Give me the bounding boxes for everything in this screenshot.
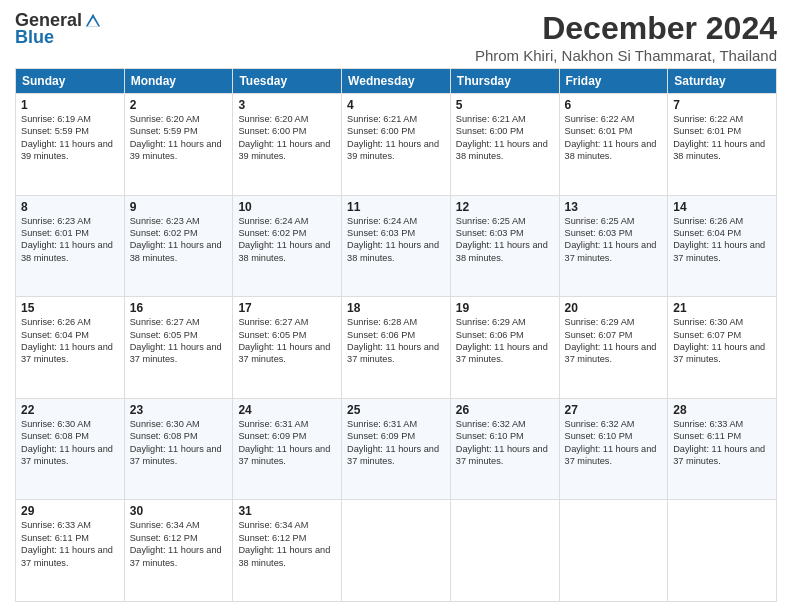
calendar-cell: 30Sunrise: 6:34 AMSunset: 6:12 PMDayligh… [124, 500, 233, 602]
day-info: Sunrise: 6:24 AMSunset: 6:03 PMDaylight:… [347, 215, 445, 265]
day-number: 4 [347, 98, 445, 112]
day-number: 22 [21, 403, 119, 417]
day-number: 31 [238, 504, 336, 518]
calendar-cell: 15Sunrise: 6:26 AMSunset: 6:04 PMDayligh… [16, 297, 125, 399]
day-number: 16 [130, 301, 228, 315]
calendar-cell: 14Sunrise: 6:26 AMSunset: 6:04 PMDayligh… [668, 195, 777, 297]
day-number: 23 [130, 403, 228, 417]
calendar-cell [668, 500, 777, 602]
day-number: 1 [21, 98, 119, 112]
day-info: Sunrise: 6:32 AMSunset: 6:10 PMDaylight:… [565, 418, 663, 468]
month-title: December 2024 [475, 10, 777, 47]
day-info: Sunrise: 6:33 AMSunset: 6:11 PMDaylight:… [21, 519, 119, 569]
calendar-cell: 9Sunrise: 6:23 AMSunset: 6:02 PMDaylight… [124, 195, 233, 297]
day-info: Sunrise: 6:19 AMSunset: 5:59 PMDaylight:… [21, 113, 119, 163]
location-title: Phrom Khiri, Nakhon Si Thammarat, Thaila… [475, 47, 777, 64]
calendar-cell: 16Sunrise: 6:27 AMSunset: 6:05 PMDayligh… [124, 297, 233, 399]
calendar-cell: 31Sunrise: 6:34 AMSunset: 6:12 PMDayligh… [233, 500, 342, 602]
calendar-cell: 29Sunrise: 6:33 AMSunset: 6:11 PMDayligh… [16, 500, 125, 602]
day-number: 3 [238, 98, 336, 112]
calendar-header-tuesday: Tuesday [233, 69, 342, 94]
calendar-cell: 4Sunrise: 6:21 AMSunset: 6:00 PMDaylight… [342, 94, 451, 196]
calendar-cell: 27Sunrise: 6:32 AMSunset: 6:10 PMDayligh… [559, 398, 668, 500]
day-info: Sunrise: 6:27 AMSunset: 6:05 PMDaylight:… [238, 316, 336, 366]
title-block: December 2024 Phrom Khiri, Nakhon Si Tha… [475, 10, 777, 64]
calendar-header-thursday: Thursday [450, 69, 559, 94]
calendar-cell: 8Sunrise: 6:23 AMSunset: 6:01 PMDaylight… [16, 195, 125, 297]
day-info: Sunrise: 6:26 AMSunset: 6:04 PMDaylight:… [673, 215, 771, 265]
day-number: 24 [238, 403, 336, 417]
day-info: Sunrise: 6:31 AMSunset: 6:09 PMDaylight:… [238, 418, 336, 468]
day-number: 6 [565, 98, 663, 112]
calendar-cell: 26Sunrise: 6:32 AMSunset: 6:10 PMDayligh… [450, 398, 559, 500]
calendar-cell: 7Sunrise: 6:22 AMSunset: 6:01 PMDaylight… [668, 94, 777, 196]
day-number: 10 [238, 200, 336, 214]
logo-blue-label: Blue [15, 27, 54, 48]
day-info: Sunrise: 6:29 AMSunset: 6:06 PMDaylight:… [456, 316, 554, 366]
day-number: 25 [347, 403, 445, 417]
day-info: Sunrise: 6:30 AMSunset: 6:08 PMDaylight:… [130, 418, 228, 468]
calendar-header-sunday: Sunday [16, 69, 125, 94]
calendar-header-saturday: Saturday [668, 69, 777, 94]
day-number: 11 [347, 200, 445, 214]
calendar: SundayMondayTuesdayWednesdayThursdayFrid… [15, 68, 777, 602]
day-info: Sunrise: 6:34 AMSunset: 6:12 PMDaylight:… [130, 519, 228, 569]
header: General Blue December 2024 Phrom Khiri, … [15, 10, 777, 64]
day-number: 27 [565, 403, 663, 417]
day-number: 30 [130, 504, 228, 518]
calendar-week-row: 8Sunrise: 6:23 AMSunset: 6:01 PMDaylight… [16, 195, 777, 297]
day-info: Sunrise: 6:30 AMSunset: 6:08 PMDaylight:… [21, 418, 119, 468]
day-info: Sunrise: 6:32 AMSunset: 6:10 PMDaylight:… [456, 418, 554, 468]
day-number: 13 [565, 200, 663, 214]
day-number: 21 [673, 301, 771, 315]
day-number: 20 [565, 301, 663, 315]
day-number: 18 [347, 301, 445, 315]
calendar-week-row: 22Sunrise: 6:30 AMSunset: 6:08 PMDayligh… [16, 398, 777, 500]
calendar-cell [559, 500, 668, 602]
day-number: 14 [673, 200, 771, 214]
calendar-cell: 11Sunrise: 6:24 AMSunset: 6:03 PMDayligh… [342, 195, 451, 297]
calendar-cell: 28Sunrise: 6:33 AMSunset: 6:11 PMDayligh… [668, 398, 777, 500]
day-info: Sunrise: 6:21 AMSunset: 6:00 PMDaylight:… [456, 113, 554, 163]
calendar-cell: 22Sunrise: 6:30 AMSunset: 6:08 PMDayligh… [16, 398, 125, 500]
day-number: 12 [456, 200, 554, 214]
day-number: 29 [21, 504, 119, 518]
day-info: Sunrise: 6:29 AMSunset: 6:07 PMDaylight:… [565, 316, 663, 366]
day-info: Sunrise: 6:22 AMSunset: 6:01 PMDaylight:… [673, 113, 771, 163]
day-info: Sunrise: 6:31 AMSunset: 6:09 PMDaylight:… [347, 418, 445, 468]
calendar-header-wednesday: Wednesday [342, 69, 451, 94]
calendar-cell [342, 500, 451, 602]
day-info: Sunrise: 6:20 AMSunset: 6:00 PMDaylight:… [238, 113, 336, 163]
calendar-header-monday: Monday [124, 69, 233, 94]
day-info: Sunrise: 6:23 AMSunset: 6:01 PMDaylight:… [21, 215, 119, 265]
calendar-cell: 17Sunrise: 6:27 AMSunset: 6:05 PMDayligh… [233, 297, 342, 399]
day-info: Sunrise: 6:34 AMSunset: 6:12 PMDaylight:… [238, 519, 336, 569]
calendar-cell: 13Sunrise: 6:25 AMSunset: 6:03 PMDayligh… [559, 195, 668, 297]
day-number: 5 [456, 98, 554, 112]
logo: General Blue [15, 10, 102, 48]
calendar-cell: 3Sunrise: 6:20 AMSunset: 6:00 PMDaylight… [233, 94, 342, 196]
calendar-week-row: 29Sunrise: 6:33 AMSunset: 6:11 PMDayligh… [16, 500, 777, 602]
day-info: Sunrise: 6:25 AMSunset: 6:03 PMDaylight:… [565, 215, 663, 265]
calendar-cell: 24Sunrise: 6:31 AMSunset: 6:09 PMDayligh… [233, 398, 342, 500]
day-info: Sunrise: 6:21 AMSunset: 6:00 PMDaylight:… [347, 113, 445, 163]
day-number: 28 [673, 403, 771, 417]
day-info: Sunrise: 6:20 AMSunset: 5:59 PMDaylight:… [130, 113, 228, 163]
calendar-cell: 10Sunrise: 6:24 AMSunset: 6:02 PMDayligh… [233, 195, 342, 297]
day-info: Sunrise: 6:27 AMSunset: 6:05 PMDaylight:… [130, 316, 228, 366]
day-number: 26 [456, 403, 554, 417]
calendar-cell [450, 500, 559, 602]
calendar-cell: 19Sunrise: 6:29 AMSunset: 6:06 PMDayligh… [450, 297, 559, 399]
calendar-cell: 6Sunrise: 6:22 AMSunset: 6:01 PMDaylight… [559, 94, 668, 196]
day-info: Sunrise: 6:24 AMSunset: 6:02 PMDaylight:… [238, 215, 336, 265]
calendar-cell: 2Sunrise: 6:20 AMSunset: 5:59 PMDaylight… [124, 94, 233, 196]
day-number: 2 [130, 98, 228, 112]
calendar-header-row: SundayMondayTuesdayWednesdayThursdayFrid… [16, 69, 777, 94]
calendar-cell: 23Sunrise: 6:30 AMSunset: 6:08 PMDayligh… [124, 398, 233, 500]
day-number: 7 [673, 98, 771, 112]
day-info: Sunrise: 6:22 AMSunset: 6:01 PMDaylight:… [565, 113, 663, 163]
day-number: 8 [21, 200, 119, 214]
calendar-cell: 1Sunrise: 6:19 AMSunset: 5:59 PMDaylight… [16, 94, 125, 196]
day-info: Sunrise: 6:28 AMSunset: 6:06 PMDaylight:… [347, 316, 445, 366]
calendar-cell: 18Sunrise: 6:28 AMSunset: 6:06 PMDayligh… [342, 297, 451, 399]
